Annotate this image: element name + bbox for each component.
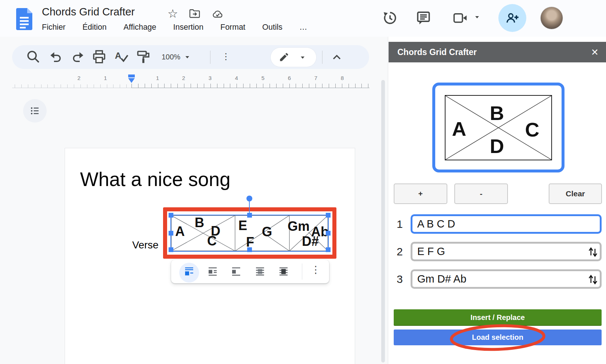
menu-affichage[interactable]: Affichage <box>123 23 156 32</box>
front-text-icon[interactable] <box>278 266 289 277</box>
cloud-saved-icon[interactable] <box>212 9 224 18</box>
star-icon[interactable]: ☆ <box>167 7 178 21</box>
insert-replace-button[interactable]: Insert / Replace <box>394 309 602 326</box>
chord-input-1[interactable] <box>411 214 602 234</box>
zoom-caret-icon <box>185 56 189 58</box>
meet-video-icon[interactable] <box>452 11 468 25</box>
grid-chord: E <box>238 218 247 233</box>
row-number: 1 <box>394 218 406 230</box>
grid-chord: C <box>207 233 217 249</box>
preview-chord: D <box>490 135 504 157</box>
paint-format-icon[interactable] <box>136 49 151 65</box>
wrap-inline-icon[interactable] <box>184 266 195 277</box>
person-add-icon <box>505 11 520 25</box>
doc-paragraph-label[interactable]: Verse <box>132 239 159 251</box>
hruler-num: 8 <box>341 75 344 81</box>
grid-chord: A <box>175 224 185 239</box>
rotate-handle[interactable] <box>246 196 252 201</box>
redo-icon[interactable] <box>71 49 85 64</box>
chord-input-2[interactable] <box>411 242 602 261</box>
row-number: 3 <box>394 273 406 285</box>
grid-chord: B <box>195 215 204 230</box>
sidebar-title: Chords Grid Crafter <box>397 47 591 57</box>
undo-icon[interactable] <box>48 49 63 64</box>
hruler-num: 1 <box>156 75 159 81</box>
move-folder-icon[interactable] <box>189 9 200 18</box>
handle-bottom-right[interactable] <box>326 247 331 252</box>
menu-outils[interactable]: Outils <box>262 23 282 32</box>
toolbar-divider-2 <box>322 51 322 64</box>
editing-mode-caret-icon <box>301 57 304 59</box>
remove-bar-button[interactable]: - <box>454 183 508 204</box>
grid-chord: G <box>262 224 272 240</box>
avatar[interactable] <box>540 7 563 29</box>
toolbar-more-icon[interactable]: ⋮ <box>221 52 230 61</box>
editing-mode-button[interactable] <box>271 48 316 67</box>
menu-more[interactable]: … <box>299 23 307 32</box>
handle-mid-left[interactable] <box>169 231 173 236</box>
hruler-num: 7 <box>314 75 317 81</box>
handle-bottom-mid[interactable] <box>247 247 252 252</box>
grid-chord: Gm <box>288 219 310 234</box>
chord-row-2: 2 <box>394 242 602 261</box>
menu-fichier[interactable]: Fichier <box>42 23 66 32</box>
image-toolbar-divider <box>302 263 302 280</box>
meet-dropdown-caret[interactable] <box>475 16 479 18</box>
version-history-icon[interactable] <box>382 10 398 26</box>
sort-updown-icon[interactable] <box>588 273 598 285</box>
document-outline-icon <box>29 105 40 116</box>
handle-top-right[interactable] <box>326 213 331 218</box>
zoom-select[interactable]: 100% <box>158 49 201 65</box>
collapse-menus-icon[interactable] <box>330 51 343 64</box>
hruler-num: 5 <box>261 75 264 81</box>
wrap-text-icon[interactable] <box>207 266 218 277</box>
preview-chord: A <box>452 117 466 140</box>
sort-updown-icon[interactable] <box>588 246 598 258</box>
menu-bar: Fichier Édition Affichage Insertion Form… <box>42 23 307 32</box>
first-line-indent-marker[interactable] <box>128 74 135 77</box>
image-more-options-icon[interactable]: ⋮ <box>311 265 321 275</box>
preview-chord: B <box>490 102 504 124</box>
menu-insertion[interactable]: Insertion <box>173 23 203 32</box>
hruler-num: 3 <box>209 75 212 81</box>
document-outline-button[interactable] <box>23 99 47 123</box>
chord-row-1: 1 <box>394 214 602 234</box>
handle-mid-right[interactable] <box>326 231 331 236</box>
behind-text-icon[interactable] <box>255 266 266 277</box>
print-icon[interactable] <box>91 49 107 65</box>
share-button[interactable] <box>498 4 526 32</box>
sidebar-chords-grid-crafter: Chords Grid Crafter ✕ A B C D + - Clear … <box>388 37 606 364</box>
clear-button[interactable]: Clear <box>549 183 602 204</box>
add-bar-button[interactable]: + <box>394 183 447 204</box>
load-selection-button[interactable]: Load selection <box>394 330 602 345</box>
search-icon[interactable] <box>25 48 41 65</box>
row-number: 2 <box>394 245 406 258</box>
hruler-num: 2 <box>182 75 185 81</box>
document-canvas: What a nice song Verse A B D C E G F Gm … <box>0 88 386 364</box>
handle-bottom-left[interactable] <box>169 247 173 252</box>
pen-icon <box>279 52 289 62</box>
doc-heading-text[interactable]: What a nice song <box>80 168 231 190</box>
comments-icon[interactable] <box>415 10 432 26</box>
toolbar: A 100% ⋮ <box>12 45 369 69</box>
handle-top-left[interactable] <box>169 213 173 218</box>
left-indent-marker[interactable] <box>128 78 135 83</box>
chord-input-3[interactable] <box>411 269 602 289</box>
document-title[interactable]: Chords Grid Crafter <box>42 6 135 18</box>
svg-text:A: A <box>115 51 122 61</box>
hruler-num: 1 <box>104 75 107 81</box>
hruler-num: 4 <box>235 75 238 81</box>
close-icon[interactable]: ✕ <box>591 48 599 57</box>
chord-grid-preview: A B C D <box>432 83 564 172</box>
menu-edition[interactable]: Édition <box>83 23 107 32</box>
spellcheck-icon[interactable]: A <box>114 49 129 65</box>
handle-top-mid[interactable] <box>247 213 252 218</box>
preview-chord: C <box>525 118 540 141</box>
top-bar: Chords Grid Crafter ☆ Fichier Édition Af… <box>0 0 606 37</box>
docs-logo-icon[interactable] <box>16 8 32 30</box>
chord-row-3: 3 <box>394 269 602 289</box>
chord-grid-image[interactable]: A B D C E G F Gm Ab D# <box>171 215 328 251</box>
menu-format[interactable]: Format <box>220 23 245 32</box>
break-text-icon[interactable] <box>231 266 242 277</box>
document-scrollbar[interactable] <box>381 80 385 363</box>
